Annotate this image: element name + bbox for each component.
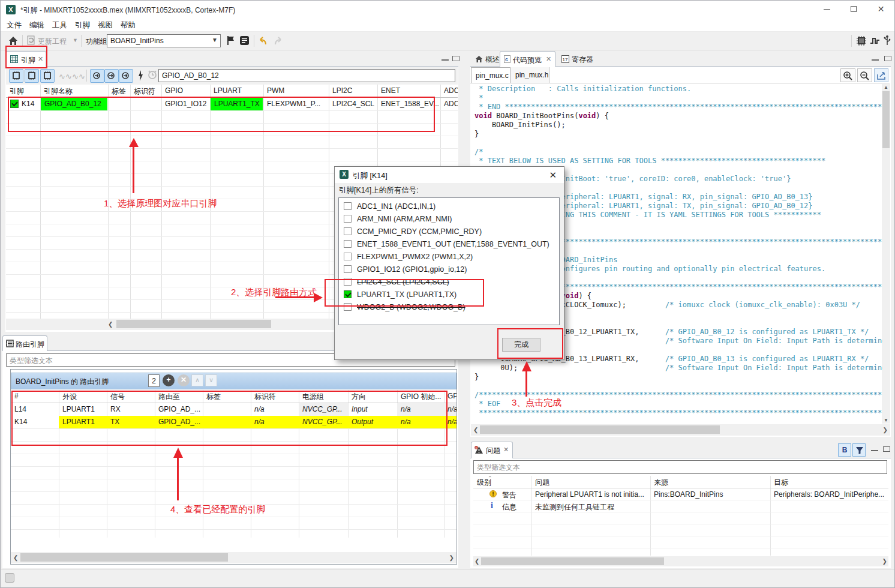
dialog-close-icon[interactable]: ✕ <box>549 170 557 181</box>
functional-groups-icon[interactable] <box>239 35 250 46</box>
problem-row-1[interactable]: i信息未监测到任何工具链工程 <box>473 500 888 512</box>
problem-row-0[interactable]: 警告Peripheral LPUART1 is not initia...Pin… <box>473 488 888 500</box>
problem-target-0[interactable]: Peripherals: BOARD_InitPeriphe... <box>770 488 888 500</box>
pins-package-toggle-2[interactable] <box>40 69 55 83</box>
minimize-button[interactable] <box>813 1 840 18</box>
move-up-button[interactable]: ∧ <box>191 374 203 386</box>
signal-item-1[interactable]: ARM_NMI (ARM,ARM_NMI) <box>339 213 559 226</box>
export-button[interactable] <box>874 68 888 82</box>
problems-maximize-icon[interactable] <box>883 446 890 452</box>
redo-icon[interactable] <box>272 35 284 47</box>
pins-col-6[interactable]: PWM <box>263 85 329 97</box>
problem-level-1[interactable]: 信息 <box>498 500 531 512</box>
pins-route-toggle-0[interactable] <box>90 69 104 83</box>
annotation-arrow4-shaft <box>177 457 179 500</box>
lightning-icon[interactable] <box>137 70 145 82</box>
problem-level-0[interactable]: 警告 <box>498 488 531 500</box>
tab-pin-mux-c[interactable]: pin_mux.c <box>471 67 510 83</box>
pins-package-toggle-0[interactable] <box>9 69 23 83</box>
signal-checkbox-2[interactable] <box>344 227 352 235</box>
menu-1[interactable]: 编辑 <box>29 20 44 31</box>
signal-checkbox-1[interactable] <box>344 215 352 223</box>
annotation-step4: 4、查看已经配置的引脚 <box>170 504 265 515</box>
tab-problems-close-icon[interactable]: ✕ <box>503 446 509 454</box>
zoom-in-button[interactable] <box>840 68 855 82</box>
function-group-label: 功能组 <box>86 37 107 47</box>
menu-5[interactable]: 帮助 <box>121 20 136 31</box>
signal-checkbox-5[interactable] <box>344 265 352 273</box>
pins-col-8[interactable]: ENET <box>377 85 440 97</box>
pins-perspective-icon[interactable] <box>856 35 867 46</box>
menu-4[interactable]: 视图 <box>98 20 113 31</box>
pins-package-toggle-1[interactable] <box>25 69 39 83</box>
delete-pin-button[interactable]: ✕ <box>178 374 190 386</box>
pins-col-7[interactable]: LPI2C <box>329 85 377 97</box>
menu-2[interactable]: 工具 <box>52 20 67 31</box>
signal-item-5[interactable]: GPIO1_IO12 (GPIO1,gpio_io,12) <box>339 263 559 276</box>
problems-filter-input[interactable]: 类型筛选文本 <box>473 460 887 474</box>
update-project-dropdown[interactable]: ▼ <box>73 37 78 43</box>
signal-item-0[interactable]: ADC1_IN1 (ADC1,IN,1) <box>339 200 559 213</box>
code-vscrollbar[interactable]: ▲ ▼ <box>882 84 890 424</box>
tab-code-preview[interactable]: c 代码预览 ✕ <box>500 51 555 67</box>
pins-col-9[interactable]: ADC <box>440 85 458 97</box>
pins-col-2[interactable]: 标签 <box>108 85 130 97</box>
problems-col-2[interactable]: 来源 <box>650 476 770 488</box>
clocks-perspective-icon[interactable] <box>870 37 880 45</box>
signal-checkbox-4[interactable] <box>344 253 352 260</box>
signal-checkbox-0[interactable] <box>344 202 352 210</box>
editor-maximize-icon[interactable] <box>884 56 891 61</box>
pins-col-1[interactable]: 引脚名称 <box>40 85 108 97</box>
signal-item-3[interactable]: ENET_1588_EVENT1_OUT (ENET,1588_EVENT1_O… <box>339 238 559 251</box>
pins-col-5[interactable]: LPUART <box>210 85 263 97</box>
pins-maximize-icon[interactable] <box>452 56 459 61</box>
flag-icon[interactable] <box>226 35 236 46</box>
peripherals-perspective-icon[interactable] <box>884 35 891 46</box>
problems-col-0[interactable]: 级别 <box>473 476 531 488</box>
signal-item-4[interactable]: FLEXPWM1_PWMX2 (PWM1,X,2) <box>339 251 559 263</box>
pins-col-3[interactable]: 标识符 <box>130 85 161 97</box>
tab-routed-pins[interactable]: 路由引脚 <box>2 335 47 351</box>
menu-3[interactable]: 引脚 <box>75 20 90 31</box>
problem-target-1[interactable] <box>770 500 888 512</box>
pin-cell-adc[interactable]: ADC1_IN1 <box>440 98 458 110</box>
problems-hscrollbar[interactable]: ❮ ❯ <box>473 556 888 566</box>
code-hscrollbar[interactable]: ❮ ❯ <box>471 424 890 436</box>
update-project-icon[interactable] <box>27 35 35 46</box>
add-pin-button[interactable]: + <box>163 374 175 386</box>
zoom-out-button[interactable] <box>857 68 872 82</box>
signal-checkbox-3[interactable] <box>344 240 352 248</box>
problem-source-0[interactable]: Pins:BOARD_InitPins <box>650 488 770 500</box>
menu-0[interactable]: 文件 <box>7 20 22 31</box>
problems-col-3[interactable]: 目标 <box>770 476 888 488</box>
tab-pin-mux-h[interactable]: pin_mux.h <box>510 67 550 83</box>
move-down-button[interactable]: ∨ <box>205 374 217 386</box>
problems-col-1[interactable]: 问题 <box>531 476 650 488</box>
pins-minimize-icon[interactable] <box>442 59 449 61</box>
pins-route-toggle-1[interactable] <box>104 69 119 83</box>
editor-minimize-icon[interactable] <box>872 59 879 61</box>
pins-search-input[interactable]: GPIO_AD_B0_12 <box>158 69 455 82</box>
home-icon[interactable] <box>8 35 19 46</box>
maximize-button[interactable] <box>840 1 867 18</box>
close-button[interactable]: ✕ <box>867 1 894 18</box>
undo-icon[interactable] <box>257 35 269 47</box>
annotation-rect-signal <box>325 279 484 307</box>
tab-code-preview-close-icon[interactable]: ✕ <box>546 55 551 63</box>
problem-source-1[interactable] <box>650 500 770 512</box>
problem-text-1[interactable]: 未监测到任何工具链工程 <box>531 500 650 512</box>
signal-item-2[interactable]: CCM_PMIC_RDY (CCM,PMIC_RDY) <box>339 226 559 238</box>
pins-route-toggle-2[interactable] <box>119 69 133 83</box>
problems-b-button[interactable]: B <box>838 443 851 457</box>
pins-col-4[interactable]: GPIO <box>161 85 210 97</box>
pins-toolbar: GPIO_AD_B0_12 ∿∿∿∿ <box>6 67 458 85</box>
pins-col-0[interactable]: 引脚 <box>6 85 40 97</box>
pins-scroll-left-icon: ❮ <box>108 321 113 328</box>
overview-home-icon <box>475 55 483 63</box>
routed-hscrollbar[interactable]: ❮ ❯ <box>11 552 456 563</box>
function-group-select[interactable]: BOARD_InitPins ▼ <box>107 34 221 47</box>
tab-problems[interactable]: x 问题 ✕ <box>471 442 513 458</box>
problems-minimize-icon[interactable] <box>871 449 878 451</box>
problems-filter-button[interactable] <box>852 443 866 457</box>
problem-text-0[interactable]: Peripheral LPUART1 is not initia... <box>531 488 650 500</box>
